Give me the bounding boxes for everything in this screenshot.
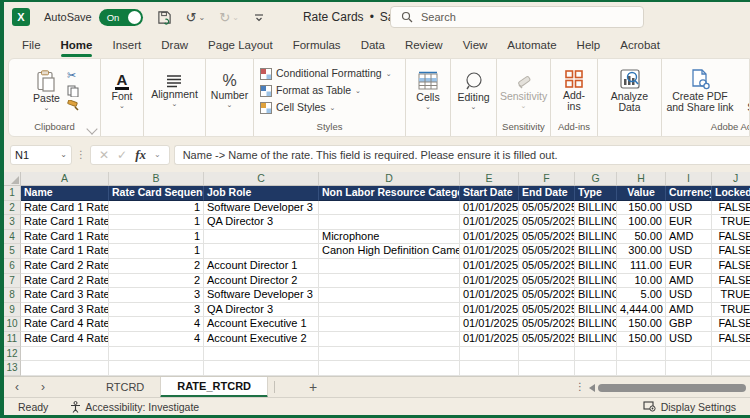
- cell-D4[interactable]: Microphone: [319, 230, 460, 245]
- cell-H1[interactable]: Value: [617, 186, 666, 201]
- hscroll-thumb[interactable]: [598, 384, 746, 392]
- cell-F6[interactable]: 05/05/2025: [519, 259, 575, 274]
- cell-F11[interactable]: 05/05/2025: [519, 332, 575, 347]
- cell-D2[interactable]: [319, 201, 460, 216]
- row-header-4[interactable]: 4: [4, 230, 21, 245]
- cell-G4[interactable]: BILLING: [575, 230, 617, 245]
- cell-E11[interactable]: 01/01/2025: [460, 332, 519, 347]
- ribbon-tab-view[interactable]: View: [453, 35, 498, 55]
- ribbon-tab-review[interactable]: Review: [395, 35, 453, 55]
- create-pdf-share-outlook-button[interactable]: Create PDF Share via Ou: [743, 68, 750, 113]
- cell-F8[interactable]: 05/05/2025: [519, 288, 575, 303]
- cell-A4[interactable]: Rate Card 1 Rate: [21, 230, 109, 245]
- ribbon-tab-file[interactable]: File: [12, 35, 51, 55]
- cell-D3[interactable]: [319, 215, 460, 230]
- formula-input[interactable]: Name -> Name of the rate. This field is …: [174, 145, 750, 165]
- cell-G1[interactable]: Type: [575, 186, 617, 201]
- select-all-corner[interactable]: [4, 172, 21, 186]
- cell-J7[interactable]: FALSE: [712, 274, 750, 289]
- cell-G9[interactable]: BILLING: [575, 303, 617, 318]
- cell-G10[interactable]: BILLING: [575, 317, 617, 332]
- cell-C12[interactable]: [204, 347, 319, 362]
- column-header-I[interactable]: I: [666, 172, 712, 186]
- cell-D13[interactable]: [319, 361, 460, 376]
- editing-button[interactable]: Editing ⌄: [453, 70, 493, 111]
- cell-B8[interactable]: 3: [109, 288, 204, 303]
- ribbon-tab-page-layout[interactable]: Page Layout: [198, 35, 283, 55]
- cell-B13[interactable]: [109, 361, 204, 376]
- cell-G8[interactable]: BILLING: [575, 288, 617, 303]
- paste-button[interactable]: Paste ⌄: [29, 69, 64, 112]
- cell-J12[interactable]: [712, 347, 750, 362]
- cell-E6[interactable]: 01/01/2025: [460, 259, 519, 274]
- cell-A13[interactable]: [21, 361, 109, 376]
- format-painter-icon[interactable]: [67, 100, 80, 112]
- cell-D5[interactable]: Canon High Definition Camera: [319, 244, 460, 259]
- cell-H13[interactable]: [617, 361, 666, 376]
- cell-H2[interactable]: 150.00: [617, 201, 666, 216]
- column-header-G[interactable]: G: [575, 172, 617, 186]
- sheet-tab-rate_rtcrd[interactable]: RATE_RTCRD: [160, 377, 268, 398]
- column-header-D[interactable]: D: [319, 172, 460, 186]
- row-header-9[interactable]: 9: [4, 303, 21, 318]
- tab-overflow-icon[interactable]: ⋮: [575, 383, 585, 391]
- number-button[interactable]: % Number ⌄: [207, 72, 252, 109]
- conditional-formatting-button[interactable]: Conditional Formatting⌄: [260, 66, 392, 81]
- cell-F3[interactable]: 05/05/2025: [519, 215, 575, 230]
- cell-I6[interactable]: EUR: [666, 259, 712, 274]
- cell-D11[interactable]: [319, 332, 460, 347]
- horizontal-scrollbar[interactable]: [589, 383, 746, 392]
- cell-F12[interactable]: [519, 347, 575, 362]
- row-header-13[interactable]: 13: [4, 361, 21, 376]
- cell-J9[interactable]: TRUE: [712, 303, 750, 318]
- undo-chevron-icon[interactable]: ⌄: [199, 13, 206, 22]
- cell-A3[interactable]: Rate Card 1 Rate: [21, 215, 109, 230]
- cell-I9[interactable]: AMD: [666, 303, 712, 318]
- undo-button[interactable]: ↺⌄: [186, 10, 206, 25]
- cell-I4[interactable]: AMD: [666, 230, 712, 245]
- cell-C3[interactable]: QA Director 3: [204, 215, 319, 230]
- cell-G11[interactable]: BILLING: [575, 332, 617, 347]
- cell-F4[interactable]: 05/05/2025: [519, 230, 575, 245]
- cell-G12[interactable]: [575, 347, 617, 362]
- cell-I2[interactable]: USD: [666, 201, 712, 216]
- cell-E1[interactable]: Start Date: [460, 186, 519, 201]
- cell-E5[interactable]: 01/01/2025: [460, 244, 519, 259]
- ribbon-tab-home[interactable]: Home: [51, 35, 103, 55]
- cell-A9[interactable]: Rate Card 3 Rate: [21, 303, 109, 318]
- format-as-table-button[interactable]: Format as Table⌄: [260, 83, 361, 98]
- cell-E13[interactable]: [460, 361, 519, 376]
- add-sheet-icon[interactable]: +: [309, 379, 317, 395]
- cell-H9[interactable]: 4,444.00: [617, 303, 666, 318]
- cell-E7[interactable]: 01/01/2025: [460, 274, 519, 289]
- cell-I3[interactable]: EUR: [666, 215, 712, 230]
- cell-D1[interactable]: Non Labor Resource Category: [319, 186, 460, 201]
- cell-B4[interactable]: 1: [109, 230, 204, 245]
- cells-button[interactable]: Cells ⌄: [412, 70, 443, 111]
- row-header-2[interactable]: 2: [4, 201, 21, 216]
- cell-H6[interactable]: 111.00: [617, 259, 666, 274]
- row-header-7[interactable]: 7: [4, 274, 21, 289]
- cell-C10[interactable]: Account Executive 1: [204, 317, 319, 332]
- next-sheet-icon[interactable]: ›: [30, 380, 56, 394]
- row-header-1[interactable]: 1: [4, 186, 21, 201]
- cell-A11[interactable]: Rate Card 4 Rate: [21, 332, 109, 347]
- cell-C11[interactable]: Account Executive 2: [204, 332, 319, 347]
- copy-icon[interactable]: [67, 85, 79, 97]
- editing-chevron-icon[interactable]: ⌄: [471, 104, 477, 110]
- cell-E8[interactable]: 01/01/2025: [460, 288, 519, 303]
- name-box[interactable]: N1 ⌄: [10, 145, 72, 165]
- row-header-5[interactable]: 5: [4, 244, 21, 259]
- ribbon-tab-insert[interactable]: Insert: [102, 35, 151, 55]
- ribbon-tab-automate[interactable]: Automate: [497, 35, 566, 55]
- cell-E4[interactable]: 01/01/2025: [460, 230, 519, 245]
- cell-styles-button[interactable]: Cell Styles⌄: [260, 100, 335, 115]
- cell-G5[interactable]: BILLING: [575, 244, 617, 259]
- cell-B9[interactable]: 3: [109, 303, 204, 318]
- fx-icon[interactable]: fx: [135, 147, 146, 163]
- cell-C13[interactable]: [204, 361, 319, 376]
- analyze-data-button[interactable]: Analyze Data: [601, 67, 659, 114]
- cell-F9[interactable]: 05/05/2025: [519, 303, 575, 318]
- cell-E3[interactable]: 01/01/2025: [460, 215, 519, 230]
- cell-E10[interactable]: 01/01/2025: [460, 317, 519, 332]
